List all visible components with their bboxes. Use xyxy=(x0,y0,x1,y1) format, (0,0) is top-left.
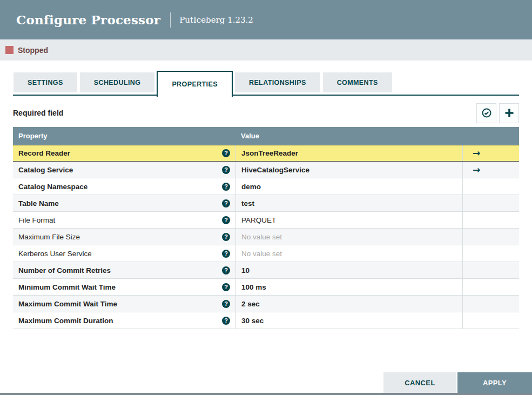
goto-service-arrow-icon[interactable]: → xyxy=(473,165,480,175)
property-row[interactable]: Maximum File Size?No value set xyxy=(13,229,519,245)
goto-cell xyxy=(462,262,519,278)
check-circle-icon xyxy=(481,108,492,118)
value-cell[interactable]: No value set xyxy=(235,245,462,262)
help-question-icon[interactable]: ? xyxy=(222,283,230,291)
property-label: Number of Commit Retries xyxy=(18,266,111,275)
dialog-footer: CANCEL APPLY xyxy=(383,372,532,393)
property-row[interactable]: Record Reader?JsonTreeReader→ xyxy=(13,145,519,162)
value-text: test xyxy=(241,199,254,207)
property-cell: Number of Commit Retries? xyxy=(13,262,235,278)
stopped-status-icon xyxy=(5,46,14,54)
property-label: Minimum Commit Wait Time xyxy=(18,283,116,291)
value-text: 30 sec xyxy=(241,317,264,325)
tab-comments[interactable]: COMMENTS xyxy=(322,72,393,93)
goto-cell xyxy=(462,296,519,312)
column-header-property: Property xyxy=(13,132,235,140)
goto-cell: → xyxy=(462,145,519,161)
value-cell[interactable]: 2 sec xyxy=(235,296,462,312)
help-question-icon[interactable]: ? xyxy=(222,199,230,207)
property-label: File Format xyxy=(18,216,55,224)
goto-cell xyxy=(462,245,519,262)
help-question-icon[interactable]: ? xyxy=(222,233,230,241)
properties-toolbar: Required field xyxy=(13,102,519,124)
dialog-title: Configure Processor xyxy=(16,12,160,27)
help-question-icon[interactable]: ? xyxy=(222,317,230,325)
value-cell[interactable]: 10 xyxy=(235,262,462,278)
property-row[interactable]: Catalog Service?HiveCatalogService→ xyxy=(13,162,519,178)
property-row[interactable]: Kerberos User Service?No value set xyxy=(13,245,519,262)
help-question-icon[interactable]: ? xyxy=(222,183,230,191)
verify-properties-button[interactable] xyxy=(476,103,496,123)
tab-bar: SETTINGSSCHEDULINGPROPERTIESRELATIONSHIP… xyxy=(13,71,519,96)
value-text: JsonTreeReader xyxy=(241,149,298,157)
property-row[interactable]: Catalog Namespace?demo xyxy=(13,178,519,195)
toolbar-buttons xyxy=(476,103,519,123)
processor-name-version: PutIceberg 1.23.2 xyxy=(179,15,253,25)
help-question-icon[interactable]: ? xyxy=(222,149,230,157)
property-label: Maximum File Size xyxy=(18,233,80,241)
tab-properties[interactable]: PROPERTIES xyxy=(157,71,233,97)
goto-cell xyxy=(462,279,519,295)
add-property-button[interactable] xyxy=(499,103,519,123)
property-row[interactable]: File Format?PARQUET xyxy=(13,212,519,229)
property-label: Catalog Namespace xyxy=(18,183,87,191)
value-cell[interactable]: No value set xyxy=(235,229,462,245)
help-question-icon[interactable]: ? xyxy=(222,166,230,174)
value-text: PARQUET xyxy=(241,216,276,224)
tab-scheduling[interactable]: SCHEDULING xyxy=(79,72,156,93)
value-cell[interactable]: HiveCatalogService xyxy=(235,162,462,178)
property-row[interactable]: Table Name?test xyxy=(13,195,519,212)
value-cell[interactable]: JsonTreeReader xyxy=(235,145,462,161)
title-divider xyxy=(170,12,171,28)
cancel-button[interactable]: CANCEL xyxy=(383,372,456,393)
plus-icon xyxy=(504,108,515,118)
value-text: HiveCatalogService xyxy=(241,166,309,174)
dialog-header: Configure Processor PutIceberg 1.23.2 xyxy=(0,0,532,39)
property-cell: Table Name? xyxy=(13,195,235,211)
value-cell[interactable]: 30 sec xyxy=(235,312,462,329)
value-text: demo xyxy=(241,183,261,191)
property-cell: Kerberos User Service? xyxy=(13,245,235,262)
help-question-icon[interactable]: ? xyxy=(222,300,230,308)
value-unset-text: No value set xyxy=(241,250,282,258)
value-text: 10 xyxy=(241,266,250,275)
help-question-icon[interactable]: ? xyxy=(222,216,230,224)
goto-cell xyxy=(462,195,519,211)
table-body: Record Reader?JsonTreeReader→Catalog Ser… xyxy=(13,145,519,329)
property-cell: Maximum File Size? xyxy=(13,229,235,245)
value-text: 2 sec xyxy=(241,300,260,308)
property-label: Table Name xyxy=(18,199,59,207)
help-question-icon[interactable]: ? xyxy=(222,250,230,258)
tab-relationships[interactable]: RELATIONSHIPS xyxy=(234,72,321,93)
property-cell: Catalog Service? xyxy=(13,162,235,178)
property-cell: Record Reader? xyxy=(13,145,235,161)
value-text: 100 ms xyxy=(241,283,266,291)
goto-cell xyxy=(462,312,519,329)
property-row[interactable]: Minimum Commit Wait Time?100 ms xyxy=(13,279,519,296)
value-cell[interactable]: test xyxy=(235,195,462,211)
property-label: Record Reader xyxy=(18,149,70,157)
property-label: Maximum Commit Wait Time xyxy=(18,300,117,308)
property-row[interactable]: Maximum Commit Duration?30 sec xyxy=(13,312,519,329)
property-cell: Minimum Commit Wait Time? xyxy=(13,279,235,295)
goto-service-arrow-icon[interactable]: → xyxy=(473,149,480,158)
apply-button[interactable]: APPLY xyxy=(457,372,532,393)
status-label: Stopped xyxy=(18,46,48,55)
property-row[interactable]: Number of Commit Retries?10 xyxy=(13,262,519,279)
required-field-label: Required field xyxy=(13,109,63,117)
value-cell[interactable]: demo xyxy=(235,178,462,195)
status-bar: Stopped xyxy=(0,39,532,61)
column-header-value: Value xyxy=(235,132,462,140)
dialog-bottom-edge xyxy=(0,393,532,395)
property-cell: File Format? xyxy=(13,212,235,228)
value-cell[interactable]: 100 ms xyxy=(235,279,462,295)
property-label: Catalog Service xyxy=(18,166,73,174)
value-cell[interactable]: PARQUET xyxy=(235,212,462,228)
property-cell: Maximum Commit Duration? xyxy=(13,312,235,329)
properties-table: Property Value Record Reader?JsonTreeRea… xyxy=(13,127,519,329)
property-cell: Catalog Namespace? xyxy=(13,178,235,195)
tab-settings[interactable]: SETTINGS xyxy=(13,72,78,93)
property-row[interactable]: Maximum Commit Wait Time?2 sec xyxy=(13,296,519,312)
help-question-icon[interactable]: ? xyxy=(222,266,230,275)
table-header-row: Property Value xyxy=(13,127,519,145)
